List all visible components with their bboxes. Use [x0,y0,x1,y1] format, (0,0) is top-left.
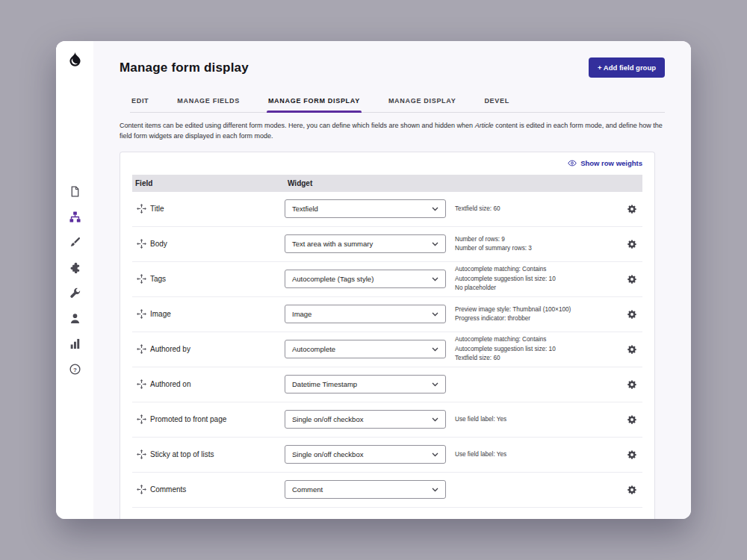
sidebar-nav: ? [67,184,82,376]
chevron-down-icon [432,382,438,387]
table-row: Promoted to front pageSingle on/off chec… [132,402,642,438]
extend-icon[interactable] [67,260,82,275]
tab-manage-display[interactable]: MANAGE DISPLAY [387,97,457,112]
widget-summary: Autocomplete matching: ContainsAutocompl… [446,265,622,293]
row-settings-button[interactable] [627,345,636,354]
field-label: Title [150,205,285,213]
drupal-logo[interactable] [66,51,83,67]
configuration-icon[interactable] [67,285,82,300]
tabs: EDITMANAGE FIELDSMANAGE FORM DISPLAYMANA… [130,97,665,113]
field-label: Promoted to front page [150,415,285,423]
table-row: TagsAutocomplete (Tags style)Autocomplet… [132,262,642,297]
drag-handle-icon[interactable] [132,204,150,214]
content-icon[interactable] [67,184,82,199]
appearance-icon[interactable] [67,234,82,249]
show-row-weights-link[interactable]: Show row weights [568,159,642,167]
page-title: Manage form display [120,60,249,75]
field-label: Image [150,310,285,318]
chevron-down-icon [432,452,438,457]
table-header: Field Widget [132,175,642,192]
widget-summary: Use field label: Yes [446,450,622,459]
widget-select[interactable]: Datetime Timestamp [285,375,446,393]
row-settings-button[interactable] [627,450,636,459]
people-icon[interactable] [67,311,82,326]
table-row: TitleTextfieldTextfield size: 60 [132,192,642,227]
widget-summary: Preview image style: Thumbnail (100×100)… [446,305,622,324]
drag-handle-icon[interactable] [132,239,150,249]
drag-handle-icon[interactable] [132,274,150,284]
description-emphasis: Article [475,122,494,129]
chevron-down-icon [432,417,438,422]
widget-select-value: Textfield [292,205,318,213]
field-label: Tags [150,275,285,283]
reports-icon[interactable] [67,336,82,351]
widget-select-value: Autocomplete [292,345,335,353]
tab-edit[interactable]: EDIT [130,97,150,112]
widget-select[interactable]: Text area with a summary [285,234,446,253]
row-settings-button[interactable] [627,240,636,249]
widget-select[interactable]: Image [285,305,446,323]
field-label: Sticky at top of lists [150,450,285,458]
drag-handle-icon[interactable] [132,414,150,424]
admin-sidebar: ? [56,41,93,519]
help-icon[interactable]: ? [67,361,82,376]
app-window: ? Manage form display + Add field group … [56,41,691,519]
summary-line: Use field label: Yes [455,450,622,459]
table-row: ImageImagePreview image style: Thumbnail… [132,297,642,332]
table-row: Sticky at top of listsSingle on/off chec… [132,438,642,473]
chevron-down-icon [432,347,438,352]
column-header-widget: Widget [288,179,642,187]
summary-line: Number of summary rows: 3 [455,244,622,253]
summary-line: Use field label: Yes [455,415,622,424]
drag-handle-icon[interactable] [132,379,150,389]
tab-manage-fields[interactable]: MANAGE FIELDS [176,97,241,112]
widget-select[interactable]: Autocomplete (Tags style) [285,270,446,288]
structure-icon[interactable] [67,209,82,224]
drag-handle-icon[interactable] [132,344,150,354]
widget-select[interactable]: Comment [285,480,446,499]
row-settings-button[interactable] [627,485,636,494]
field-label: Comments [150,485,285,494]
drag-handle-icon[interactable] [132,309,150,319]
row-settings-button[interactable] [627,205,636,214]
table-row: Authored byAutocompleteAutocomplete matc… [132,332,642,367]
row-settings-button[interactable] [627,415,636,424]
widget-select[interactable]: Autocomplete [285,340,446,358]
row-settings-button[interactable] [627,380,636,389]
chevron-down-icon [432,207,438,211]
chevron-down-icon [432,312,438,317]
show-row-weights-label: Show row weights [580,159,642,167]
widget-summary: Use field label: Yes [446,415,622,424]
summary-line: No placeholder [455,284,622,293]
summary-line: Autocomplete suggestion list size: 10 [455,345,622,354]
row-settings-button[interactable] [627,310,636,319]
table-row: Authored onDatetime Timestamp [132,367,642,402]
chevron-down-icon [432,242,438,246]
drag-handle-icon[interactable] [132,485,150,494]
summary-line: Textfield size: 60 [455,205,622,214]
add-field-group-button[interactable]: + Add field group [589,57,665,78]
widget-select-value: Datetime Timestamp [292,380,357,388]
field-label: Authored by [150,345,285,353]
widget-select[interactable]: Single on/off checkbox [285,410,446,429]
description-text: Content items can be edited using differ… [120,122,475,129]
widget-summary: Textfield size: 60 [446,205,622,214]
main-content: Manage form display + Add field group ED… [93,41,691,519]
summary-line: Autocomplete suggestion list size: 10 [455,275,622,284]
table-row: CommentsComment [132,473,642,508]
widget-select[interactable]: Textfield [285,199,446,218]
summary-line: Progress indicator: throbber [455,314,622,323]
row-settings-button[interactable] [627,275,636,284]
page-description: Content items can be edited using differ… [120,121,665,142]
tab-manage-form-display[interactable]: MANAGE FORM DISPLAY [267,97,362,112]
widget-select[interactable]: Single on/off checkbox [285,445,446,464]
drag-handle-icon[interactable] [132,449,150,459]
table-toolbar: Show row weights [132,152,642,175]
widget-summary: Number of rows: 9Number of summary rows:… [446,235,622,254]
tab-devel[interactable]: DEVEL [483,97,511,112]
widget-summary: Autocomplete matching: ContainsAutocompl… [446,335,622,363]
chevron-down-icon [432,488,438,492]
widget-select-value: Single on/off checkbox [292,415,363,423]
field-rows: TitleTextfieldTextfield size: 60BodyText… [132,192,642,508]
page-header: Manage form display + Add field group [120,57,665,78]
